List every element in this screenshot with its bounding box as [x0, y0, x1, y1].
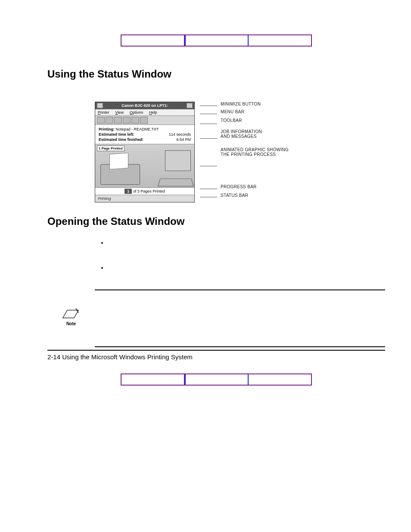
list-item: .	[108, 264, 385, 271]
status-menu-bar: Printer View Options Help	[95, 109, 194, 116]
nav-cell-prev[interactable]	[121, 35, 185, 46]
page-footer: 2-14 Using the Microsoft Windows Printin…	[47, 350, 385, 361]
list-item: .	[108, 240, 385, 246]
minimize-button[interactable]	[187, 103, 193, 108]
printer-illustration	[100, 164, 140, 185]
menu-help[interactable]: Help	[149, 110, 157, 115]
status-titlebar: Canon BJC-620 on LPT1:	[95, 102, 194, 109]
nav-cell-mid[interactable]	[185, 35, 249, 46]
job-info-panel: Printing: Notepad - README.TXT Estimated…	[95, 125, 194, 144]
status-window-diagram: Canon BJC-620 on LPT1: Printer View Opti…	[95, 102, 385, 202]
nav-cell-prev[interactable]	[121, 374, 185, 385]
toolbar-button[interactable]	[131, 117, 139, 124]
toolbar-button[interactable]	[123, 117, 131, 124]
status-bar: Printing	[95, 195, 194, 202]
progress-text: of 3 Pages Printed	[132, 189, 165, 193]
callout-progress: PROGRESS BAR	[221, 184, 257, 189]
status-toolbar	[95, 116, 194, 125]
progress-count: 1	[125, 189, 132, 194]
toolbar-button[interactable]	[97, 117, 105, 124]
system-menu-icon	[97, 103, 103, 108]
callout-jobinfo-l2: AND MESSAGES	[221, 134, 257, 139]
toolbar-button[interactable]	[140, 117, 148, 124]
note-icon: Note	[60, 308, 82, 326]
callout-toolbar: TOOLBAR	[221, 118, 242, 123]
monitor-illustration	[165, 150, 191, 171]
etf-label: Estimated time finished:	[99, 137, 143, 142]
nav-cell-mid[interactable]	[185, 374, 249, 385]
callout-menubar: MENU BAR	[221, 109, 244, 114]
bottom-nav-bar	[121, 373, 312, 386]
toolbar-button[interactable]	[114, 117, 122, 124]
callout-graphic-l1: ANIMATED GRAPHIC SHOWING	[221, 147, 289, 152]
horizontal-rule	[95, 289, 385, 290]
status-window-title: Canon BJC-620 on LPT1:	[121, 103, 168, 108]
callout-jobinfo-l1: JOB INFORMATION	[221, 129, 262, 134]
printing-value: Notepad - README.TXT	[116, 127, 159, 131]
etl-value: 114 seconds	[169, 132, 191, 137]
nav-cell-next[interactable]	[249, 35, 311, 46]
page-printed-tag: 1 Page Printed	[97, 146, 125, 151]
callout-status: STATUS BAR	[221, 193, 248, 198]
nav-cell-next[interactable]	[249, 374, 311, 385]
diagram-callouts: MINIMIZE BUTTON MENU BAR TOOLBAR JOB INF…	[200, 102, 289, 201]
toolbar-button[interactable]	[106, 117, 113, 124]
status-window-mock: Canon BJC-620 on LPT1: Printer View Opti…	[95, 102, 195, 202]
top-nav-bar	[121, 34, 312, 47]
animated-graphic-area: 1 Page Printed	[95, 144, 194, 188]
opening-methods-list: . .	[108, 240, 385, 271]
printing-label: Printing:	[99, 127, 115, 131]
heading-opening-status-window: Opening the Status Window	[47, 215, 385, 227]
callout-minimize: MINIMIZE BUTTON	[221, 102, 261, 106]
menu-printer[interactable]: Printer	[98, 110, 109, 115]
note-label: Note	[66, 321, 76, 326]
etl-label: Estimated time left:	[99, 132, 134, 137]
note-block: Note	[60, 308, 385, 333]
etf-value: 6:54 PM	[176, 137, 191, 142]
menu-options[interactable]: Options	[130, 110, 143, 115]
intro-paragraph: placeholder	[95, 84, 385, 93]
menu-view[interactable]: View	[115, 110, 124, 115]
progress-bar: 1 of 3 Pages Printed	[95, 188, 194, 195]
keyboard-illustration	[158, 179, 194, 187]
horizontal-rule	[95, 346, 385, 347]
heading-using-status-window: Using the Status Window	[47, 68, 385, 80]
callout-graphic-l2: THE PRINTING PROCESS	[221, 152, 276, 157]
